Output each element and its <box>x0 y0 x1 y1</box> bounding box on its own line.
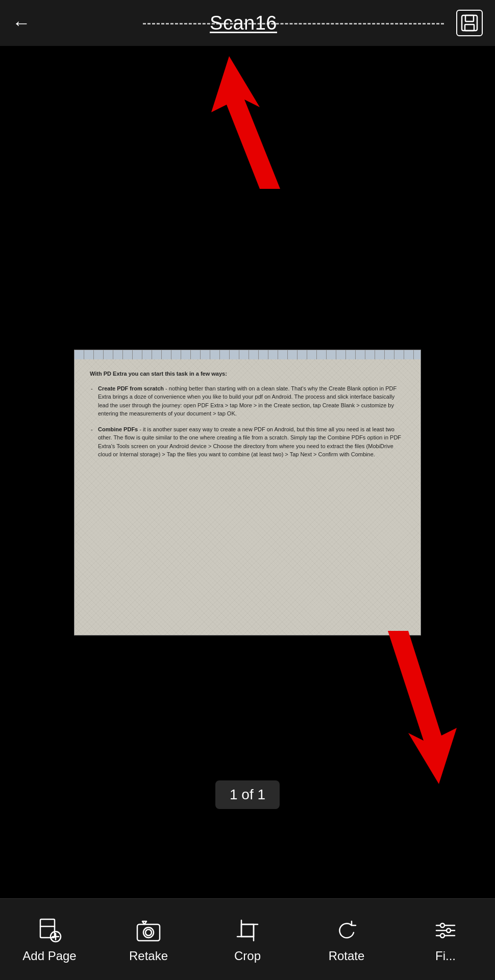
svg-marker-3 <box>211 56 280 189</box>
doc-section-2: Combine PDFs - it is another super easy … <box>90 425 405 459</box>
back-button[interactable]: ← <box>12 14 31 32</box>
toolbar-item-add-page[interactable]: Add Page <box>0 916 99 963</box>
annotation-arrow-bottom <box>373 631 475 786</box>
add-page-label: Add Page <box>22 949 76 963</box>
svg-point-23 <box>440 934 444 938</box>
svg-point-22 <box>447 928 451 933</box>
crop-label: Crop <box>234 949 261 963</box>
toolbar-item-filter[interactable]: Fi... <box>396 916 495 963</box>
save-icon <box>460 13 479 33</box>
header: ← Scan16 <box>0 0 495 46</box>
annotation-arrow-top <box>199 56 362 191</box>
svg-marker-4 <box>388 631 457 784</box>
rotate-label: Rotate <box>329 949 365 963</box>
doc-section2-text: - it is another super easy way to create… <box>98 426 401 458</box>
bottom-toolbar: Add Page Retake <box>0 898 495 980</box>
rotate-icon <box>332 916 361 945</box>
filter-label: Fi... <box>435 949 456 963</box>
svg-rect-0 <box>462 15 477 31</box>
retake-icon <box>134 916 163 945</box>
toolbar-item-rotate[interactable]: Rotate <box>297 916 396 963</box>
svg-rect-2 <box>465 24 474 31</box>
doc-section-1: Create PDF from scratch - nothing better… <box>90 384 405 418</box>
document-body: With PD Extra you can start this task in… <box>75 359 420 635</box>
doc-intro: With PD Extra you can start this task in… <box>90 370 405 378</box>
svg-rect-5 <box>40 919 55 938</box>
toolbar-item-crop[interactable]: Crop <box>198 916 297 963</box>
document-text: With PD Extra you can start this task in… <box>90 370 405 459</box>
svg-point-21 <box>440 923 444 927</box>
page-indicator: 1 of 1 <box>215 780 280 809</box>
svg-rect-1 <box>465 15 474 21</box>
document-container: With PD Extra you can start this task in… <box>74 350 421 635</box>
add-page-icon <box>35 916 64 945</box>
ruler <box>75 350 420 359</box>
main-content: With PD Extra you can start this task in… <box>0 46 495 898</box>
retake-label: Retake <box>129 949 168 963</box>
crop-icon <box>233 916 262 945</box>
svg-point-12 <box>145 929 152 936</box>
toolbar-item-retake[interactable]: Retake <box>99 916 198 963</box>
save-button[interactable] <box>456 10 483 36</box>
header-dashed-line <box>143 23 444 24</box>
document-preview: With PD Extra you can start this task in… <box>74 350 421 635</box>
svg-rect-17 <box>241 924 254 937</box>
filter-icon <box>431 916 460 945</box>
